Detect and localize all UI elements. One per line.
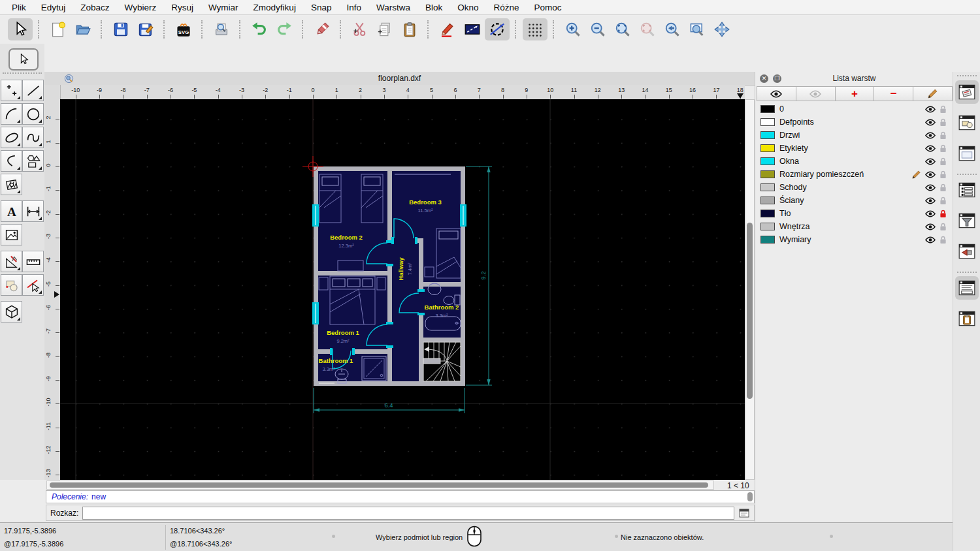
command-options-button[interactable] bbox=[738, 508, 750, 518]
tool-ellipse[interactable] bbox=[1, 127, 22, 148]
menu-zmodyfikuj[interactable]: Zmodyfikuj bbox=[253, 3, 296, 12]
layer-visible-icon[interactable] bbox=[925, 145, 936, 152]
menu-edytuj[interactable]: Edytuj bbox=[41, 3, 66, 12]
layer-visible-icon[interactable] bbox=[925, 184, 936, 191]
zoom-in-button[interactable] bbox=[561, 18, 585, 40]
show-all-layers-button[interactable] bbox=[757, 86, 796, 101]
tool-hatch[interactable] bbox=[1, 174, 22, 195]
close-icon[interactable]: ✕ bbox=[760, 74, 768, 83]
menu-rysuj[interactable]: Rysuj bbox=[171, 3, 193, 12]
layer-row[interactable]: Tło bbox=[757, 207, 952, 220]
export-svg-button[interactable]: SVG bbox=[171, 18, 196, 40]
layer-visible-icon[interactable] bbox=[925, 171, 936, 178]
zoom-pan-button[interactable] bbox=[710, 18, 734, 40]
layer-row[interactable]: Ściany bbox=[757, 194, 952, 207]
construction-mode-button[interactable] bbox=[485, 18, 510, 40]
layer-visible-icon[interactable] bbox=[925, 210, 936, 217]
layer-visible-icon[interactable] bbox=[925, 119, 936, 126]
layer-lock-icon[interactable] bbox=[939, 157, 947, 166]
document-titlebar[interactable]: floorplan.dxf bbox=[44, 72, 755, 86]
layer-lock-icon[interactable] bbox=[939, 236, 947, 244]
layer-row[interactable]: Rozmiary pomieszczeń bbox=[757, 168, 952, 181]
new-drawing-button[interactable] bbox=[46, 18, 71, 40]
layer-visible-icon[interactable] bbox=[925, 158, 936, 165]
tool-circle[interactable] bbox=[22, 103, 44, 125]
tool-shapes[interactable] bbox=[22, 150, 44, 172]
delete-button[interactable] bbox=[310, 18, 335, 40]
layer-row[interactable]: 0 bbox=[757, 102, 952, 116]
zoom-selected-button[interactable] bbox=[635, 18, 660, 40]
add-layer-button[interactable]: + bbox=[835, 86, 875, 101]
zoom-previous-button[interactable] bbox=[660, 18, 685, 40]
layer-visible-icon[interactable] bbox=[925, 132, 936, 139]
tool-order[interactable] bbox=[1, 274, 22, 296]
tool-spline[interactable] bbox=[22, 127, 44, 148]
dock-handle[interactable] bbox=[957, 272, 977, 273]
menu-okno[interactable]: Okno bbox=[457, 3, 478, 12]
layer-visible-icon[interactable] bbox=[925, 197, 936, 204]
dock-handle[interactable] bbox=[957, 174, 977, 175]
menu-blok[interactable]: Blok bbox=[425, 3, 442, 12]
undo-button[interactable] bbox=[247, 18, 272, 40]
layer-lock-icon[interactable] bbox=[939, 223, 947, 231]
tool-text[interactable]: A bbox=[1, 200, 22, 222]
tool-polyline[interactable] bbox=[1, 150, 22, 172]
layer-row[interactable]: Defpoints bbox=[757, 116, 952, 129]
menu-różne[interactable]: Różne bbox=[494, 3, 519, 12]
dock-command-line-button[interactable] bbox=[955, 276, 979, 300]
layer-row[interactable]: Schody bbox=[757, 181, 952, 194]
dock-layer-list-button[interactable] bbox=[955, 80, 979, 104]
tool-select-entity[interactable] bbox=[22, 274, 44, 296]
layer-lock-icon[interactable] bbox=[939, 170, 947, 179]
drawing-canvas[interactable]: 6.4 9.2 Bedroom 2 12.3m² Bedroom 3 11.5m… bbox=[60, 99, 745, 480]
paste-button[interactable] bbox=[397, 18, 422, 40]
print-preview-button[interactable] bbox=[209, 18, 234, 40]
dock-entity-list-button[interactable] bbox=[955, 178, 979, 202]
layer-visible-icon[interactable] bbox=[925, 106, 936, 113]
h-scroll-thumb[interactable] bbox=[50, 482, 708, 488]
snap-grid-button[interactable] bbox=[523, 18, 547, 40]
tool-image[interactable] bbox=[1, 224, 22, 245]
save-button[interactable] bbox=[108, 18, 133, 40]
layer-row[interactable]: Okna bbox=[757, 155, 952, 168]
canvas-horizontal-scrollbar[interactable] bbox=[46, 480, 714, 490]
palette-select-tool[interactable] bbox=[8, 48, 39, 71]
cut-button[interactable] bbox=[348, 18, 372, 40]
layer-lock-icon[interactable] bbox=[939, 197, 947, 205]
tool-line[interactable] bbox=[22, 80, 44, 101]
palette-handle[interactable] bbox=[3, 72, 42, 78]
zoom-out-button[interactable] bbox=[585, 18, 610, 40]
dock-block-list-button[interactable] bbox=[955, 111, 979, 134]
layer-visible-icon[interactable] bbox=[925, 236, 936, 244]
layer-lock-icon[interactable] bbox=[939, 105, 947, 114]
dock-messages-button[interactable] bbox=[955, 240, 979, 263]
undock-icon[interactable]: ❐ bbox=[773, 74, 781, 83]
layer-row[interactable]: Wnętrza bbox=[757, 220, 952, 233]
menu-pomoc[interactable]: Pomoc bbox=[534, 3, 562, 12]
menu-warstwa[interactable]: Warstwa bbox=[376, 3, 410, 12]
tool-modify[interactable] bbox=[1, 251, 22, 272]
menu-snap[interactable]: Snap bbox=[311, 3, 332, 12]
line-attributes-button[interactable] bbox=[460, 18, 485, 40]
pen-tool-button[interactable] bbox=[435, 18, 460, 40]
open-drawing-button[interactable] bbox=[71, 18, 95, 40]
menu-zobacz[interactable]: Zobacz bbox=[80, 3, 109, 12]
save-as-button[interactable] bbox=[133, 18, 158, 40]
layer-lock-icon[interactable] bbox=[939, 131, 947, 140]
dock-filter-button[interactable] bbox=[955, 209, 979, 232]
zoom-auto-button[interactable] bbox=[610, 18, 635, 40]
layer-visible-icon[interactable] bbox=[925, 223, 936, 230]
layer-row[interactable]: Drzwi bbox=[757, 129, 952, 142]
layer-lock-icon[interactable] bbox=[939, 118, 947, 127]
layer-row[interactable]: Wymiary bbox=[757, 233, 952, 246]
copy-button[interactable] bbox=[372, 18, 397, 40]
menu-info[interactable]: Info bbox=[346, 3, 361, 12]
dock-handle[interactable] bbox=[957, 75, 977, 76]
layer-lock-icon[interactable] bbox=[939, 144, 947, 153]
zoom-window-button[interactable] bbox=[685, 18, 710, 40]
menu-plik[interactable]: Plik bbox=[12, 3, 26, 12]
remove-layer-button[interactable]: − bbox=[874, 86, 913, 101]
dock-clipboard-button[interactable] bbox=[955, 307, 979, 330]
menu-wybierz[interactable]: Wybierz bbox=[125, 3, 157, 12]
layer-lock-icon[interactable] bbox=[939, 183, 947, 192]
